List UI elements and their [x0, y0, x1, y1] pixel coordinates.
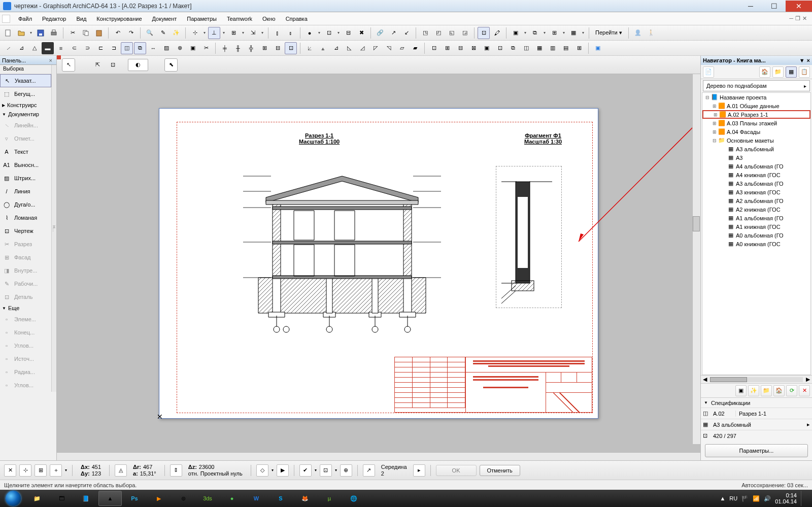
- more-tool-5[interactable]: ▫Углов...: [0, 379, 51, 392]
- cb-grid-icon[interactable]: ⊞: [35, 464, 47, 477]
- menu-file[interactable]: Файл: [13, 14, 37, 24]
- t2-16[interactable]: ✂: [200, 42, 212, 54]
- cb-z-icon[interactable]: ⇕: [170, 464, 182, 477]
- cb-origin-icon[interactable]: ⊹: [19, 464, 31, 477]
- dot-icon[interactable]: ●: [303, 27, 316, 39]
- tree-master-4[interactable]: ▦A3 альбомная (ГО: [702, 179, 810, 188]
- nav-act3[interactable]: 📁: [761, 385, 772, 396]
- explorer-task[interactable]: 📁: [25, 491, 49, 506]
- t2-b12[interactable]: ⊞: [573, 42, 585, 54]
- menu-window[interactable]: Окно: [257, 14, 281, 24]
- more-tool-2[interactable]: ▫Углов...: [0, 339, 51, 352]
- undo-icon[interactable]: ↶: [112, 27, 124, 39]
- t2-17[interactable]: ╪: [219, 42, 231, 54]
- t2-19[interactable]: ╬: [245, 42, 257, 54]
- tree-master-0[interactable]: ▦A3 альбомный: [702, 145, 810, 153]
- tree-root[interactable]: ⊟📘Название проекта: [702, 93, 810, 102]
- marquee-tool[interactable]: ⬚Бегущ...: [0, 87, 51, 100]
- spec-master-row[interactable]: ▦A3 альбомный▸: [701, 419, 812, 430]
- win3-icon[interactable]: ⊞: [548, 27, 560, 39]
- pencil-icon[interactable]: ✎: [157, 27, 169, 39]
- hscrollbar[interactable]: [57, 452, 700, 460]
- navigator-view-dropdown[interactable]: Дерево по поднаборам: [703, 80, 810, 91]
- spec-name[interactable]: Разрез 1-1: [735, 411, 810, 417]
- unlink2-icon[interactable]: ↙: [400, 27, 413, 39]
- section-document[interactable]: Документир: [0, 110, 51, 119]
- show-desktop[interactable]: [801, 491, 806, 506]
- nav-act5[interactable]: ⟳: [786, 385, 797, 396]
- cb-angle-icon[interactable]: ◬: [115, 464, 127, 477]
- t2-5[interactable]: ≡: [55, 42, 67, 54]
- doc-tool-0[interactable]: ⟍Линейн...: [0, 119, 51, 132]
- sel2-icon[interactable]: ◰: [432, 27, 445, 39]
- print-icon[interactable]: [48, 27, 60, 39]
- t2-20[interactable]: ⊞: [258, 42, 270, 54]
- t2-c1[interactable]: ▣: [592, 42, 604, 54]
- t2-3[interactable]: △: [28, 42, 41, 54]
- tree-master-1[interactable]: ▦A3: [702, 153, 810, 162]
- ib-3[interactable]: ◐: [128, 59, 148, 71]
- tree-master-8[interactable]: ▦A1 альбомная (ГО: [702, 214, 810, 222]
- doc-tool-9[interactable]: ✂Разрез: [0, 238, 51, 251]
- new-doc-icon[interactable]: [2, 15, 10, 23]
- win2-icon[interactable]: ⧉: [529, 27, 541, 39]
- t2-a7[interactable]: ◹: [383, 42, 395, 54]
- doc-tool-5[interactable]: /Линия: [0, 185, 51, 198]
- nav-act1[interactable]: ▣: [735, 385, 747, 396]
- tree-master-11[interactable]: ▦A0 книжная (ГОС: [702, 240, 810, 248]
- t2-b2[interactable]: ⊞: [441, 42, 453, 54]
- t2-a2[interactable]: ⟁: [317, 42, 329, 54]
- wand-icon[interactable]: ✨: [170, 27, 182, 39]
- cb-side-icon[interactable]: ↗: [363, 464, 375, 477]
- tree-master-2[interactable]: ▦A4 альбомная (ГО: [702, 162, 810, 171]
- t2-14[interactable]: ⊗: [174, 42, 186, 54]
- sel1-icon[interactable]: ◳: [419, 27, 431, 39]
- nav-home-icon[interactable]: 🏠: [759, 66, 770, 78]
- menu-params[interactable]: Параметры: [182, 14, 222, 24]
- doc-tool-2[interactable]: AТекст: [0, 145, 51, 158]
- t2-12[interactable]: ↔: [147, 42, 159, 54]
- more-tool-3[interactable]: ▫Источ...: [0, 352, 51, 365]
- go-button[interactable]: Перейти ▾: [592, 29, 625, 36]
- snap1-icon[interactable]: ⊹: [189, 27, 201, 39]
- more-tool-1[interactable]: ▫Конец...: [0, 326, 51, 339]
- t2-b6[interactable]: ⊡: [494, 42, 506, 54]
- toolbox-header[interactable]: Панель...×: [0, 56, 56, 65]
- t2-a8[interactable]: ▱: [396, 42, 408, 54]
- cursor-icon[interactable]: ⬉: [164, 58, 178, 72]
- tree-layout-2[interactable]: ⊞🟧A.03 Планы этажей: [702, 119, 810, 127]
- minimize-button[interactable]: ─: [739, 1, 762, 12]
- t2-a4[interactable]: ◺: [343, 42, 355, 54]
- doc-tool-7[interactable]: ⌇Ломаная: [0, 211, 51, 224]
- col-icon[interactable]: ⫿: [272, 27, 284, 39]
- navigator-tree[interactable]: ⊟📘Название проекта ⊞🟧A.01 Общие данные⊞🟧…: [702, 92, 811, 375]
- ib-2[interactable]: ⊡: [107, 59, 119, 71]
- nav-act2[interactable]: ✨: [748, 385, 759, 396]
- t2-8[interactable]: ⊏: [94, 42, 107, 54]
- t2-13[interactable]: ▨: [160, 42, 173, 54]
- person2-icon[interactable]: 🚶: [645, 27, 657, 39]
- mode2-icon[interactable]: ⊟: [342, 27, 354, 39]
- more-tool-4[interactable]: ▫Радиа...: [0, 365, 51, 379]
- chrome-task[interactable]: 🌐: [342, 491, 365, 506]
- copy-icon[interactable]: [80, 27, 92, 39]
- t2-18[interactable]: ╫: [232, 42, 244, 54]
- mdi-close[interactable]: ✕: [802, 15, 807, 22]
- t2-2[interactable]: ⊿: [15, 42, 27, 54]
- app-task-1[interactable]: 🗔: [50, 491, 73, 506]
- doc-tool-3[interactable]: A1Выносн...: [0, 158, 51, 172]
- nav-project-icon[interactable]: 📄: [703, 66, 714, 78]
- t2-a6[interactable]: ◸: [369, 42, 382, 54]
- t2-b7[interactable]: ⧉: [507, 42, 519, 54]
- section-more[interactable]: Еще: [0, 303, 51, 313]
- skype-task[interactable]: S: [269, 491, 292, 506]
- doc-tool-6[interactable]: ◯Дуга/о...: [0, 198, 51, 211]
- t2-b8[interactable]: ◫: [520, 42, 532, 54]
- tree-layout-0[interactable]: ⊞🟧A.01 Общие данные: [702, 102, 810, 110]
- redo-icon[interactable]: ↷: [125, 27, 137, 39]
- snap2-icon[interactable]: ⊥: [208, 27, 220, 39]
- params-button[interactable]: Параметры...: [705, 444, 808, 457]
- menu-teamwork[interactable]: Teamwork: [222, 14, 257, 24]
- unlink-icon[interactable]: ↗: [387, 27, 399, 39]
- grid-icon[interactable]: ⊞: [227, 27, 240, 39]
